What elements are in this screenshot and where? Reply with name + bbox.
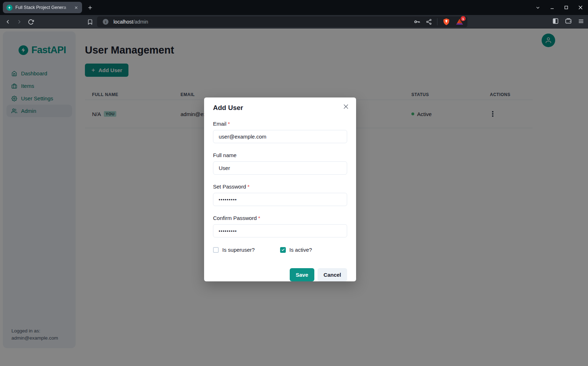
browser-tab[interactable]: Full Stack Project Genera — [3, 2, 82, 13]
forward-icon[interactable] — [15, 17, 24, 26]
brave-rewards-icon[interactable]: 1 — [455, 17, 464, 26]
is-active-checkbox[interactable]: Is active? — [280, 247, 347, 253]
browser-toolbar: i localhost/admin 1 — [0, 15, 588, 29]
share-icon[interactable] — [426, 19, 432, 25]
add-user-modal: Add User Email* Full name Set Password* … — [204, 97, 356, 281]
page-content: FastAPI Dashboard Items User Settings A — [0, 29, 588, 366]
checkbox-unchecked-icon[interactable] — [213, 247, 219, 253]
confirm-password-field[interactable] — [213, 224, 347, 237]
url-host: localhost — [113, 19, 133, 25]
wallet-icon[interactable] — [565, 17, 572, 25]
is-superuser-label: Is superuser? — [222, 247, 255, 253]
maximize-button[interactable] — [562, 3, 571, 12]
menu-icon[interactable] — [578, 18, 584, 25]
fastapi-favicon-icon — [6, 5, 12, 11]
full-name-field[interactable] — [213, 161, 347, 175]
toolbar-divider — [437, 18, 437, 25]
back-icon[interactable] — [4, 17, 12, 26]
close-window-button[interactable] — [576, 3, 585, 12]
is-superuser-checkbox[interactable]: Is superuser? — [213, 247, 280, 253]
key-icon[interactable] — [414, 18, 421, 25]
set-password-label: Set Password* — [213, 184, 347, 190]
brave-shield-icon[interactable] — [442, 18, 450, 26]
url-text[interactable]: localhost/admin — [113, 19, 148, 25]
rewards-badge: 1 — [461, 16, 466, 21]
checkbox-checked-icon[interactable] — [280, 247, 286, 253]
is-active-label: Is active? — [289, 247, 312, 253]
url-bar[interactable]: i localhost/admin 1 — [97, 16, 467, 27]
email-field[interactable] — [213, 130, 347, 143]
save-button[interactable]: Save — [290, 268, 314, 281]
browser-window: Full Stack Project Genera — [0, 0, 588, 366]
minimize-button[interactable] — [547, 3, 557, 12]
modal-title: Add User — [213, 104, 347, 112]
url-path: /admin — [133, 19, 148, 25]
tab-search-chevron-icon[interactable] — [533, 3, 542, 12]
tab-strip: Full Stack Project Genera — [0, 0, 588, 15]
sidebar-toggle-icon[interactable] — [552, 17, 559, 25]
reload-icon[interactable] — [26, 17, 35, 26]
site-info-icon[interactable]: i — [103, 19, 108, 25]
new-tab-button[interactable] — [86, 4, 93, 11]
full-name-label: Full name — [213, 152, 347, 158]
bookmark-icon[interactable] — [86, 17, 94, 26]
email-label: Email* — [213, 121, 347, 127]
set-password-field[interactable] — [213, 193, 347, 206]
tab-close-icon[interactable] — [73, 4, 79, 11]
tab-title: Full Stack Project Genera — [15, 5, 73, 10]
confirm-password-label: Confirm Password* — [213, 215, 347, 221]
modal-close-icon[interactable] — [341, 102, 350, 111]
cancel-button[interactable]: Cancel — [318, 268, 347, 281]
